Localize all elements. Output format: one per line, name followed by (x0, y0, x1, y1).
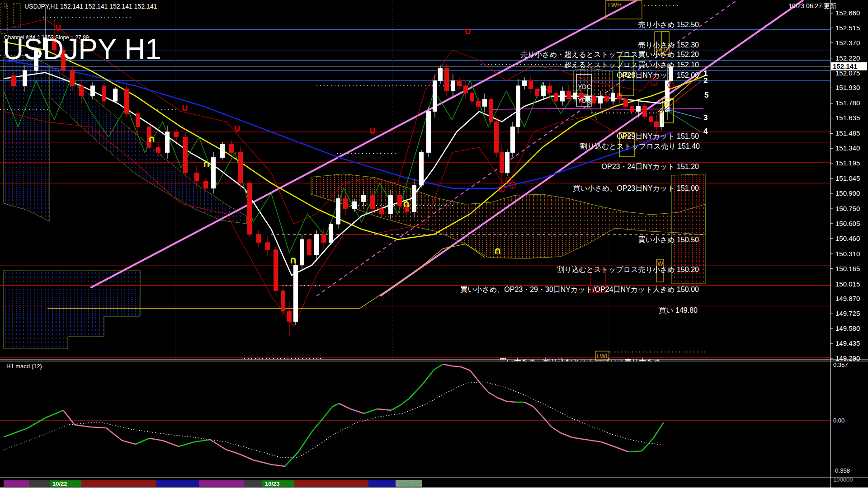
entry-circle-dot (512, 187, 514, 188)
candle-body (500, 152, 504, 173)
macd-panel-bg (0, 361, 830, 477)
sell-signal-icon: ∪ (233, 122, 241, 134)
candle-body (248, 183, 252, 234)
order-annotation: 売り小さめ 152.30 (638, 41, 699, 49)
session-segment (4, 480, 29, 487)
projection-number-3: 3 (703, 113, 708, 122)
update-time-label: 10/23 06:27 更新 (788, 2, 836, 10)
candle-body (380, 209, 384, 214)
axis-tick-label: 152.515 (835, 24, 860, 32)
sell-signal-icon: ∪ (464, 25, 472, 37)
candle-body (567, 91, 571, 99)
kumo-left-bottom (4, 270, 140, 349)
axis-tick-label: 149.435 (835, 339, 860, 347)
axis-tick-label: 152.370 (835, 39, 860, 47)
order-annotation: 売り小さめ 152.50 (638, 21, 699, 28)
candle-body (257, 235, 261, 243)
candle-body (239, 152, 243, 183)
order-annotation: 買い小さめ、OP23・29・30日NYカット/OP24日NYカット大きめ 150… (460, 286, 699, 293)
order-annotation: 売り小さめ・超えるとストップロス買い小さめ 152.20 (520, 51, 699, 58)
buy-signal-icon: ∩ (494, 245, 502, 256)
candle-body (554, 93, 558, 101)
candle-body (165, 132, 170, 152)
candle-body (230, 144, 234, 152)
buy-signal-icon: ∩ (148, 133, 156, 145)
candle-body (439, 68, 443, 80)
candle-body (136, 113, 140, 127)
candle-body (322, 235, 326, 243)
flat-magenta (491, 108, 703, 109)
candle-body (548, 86, 552, 93)
entry-circle-dot (501, 190, 503, 192)
order-annotation: 割り込むとストップロス売り小さめ 150.20 (557, 266, 699, 273)
candle-body (329, 224, 333, 243)
candle-body (412, 185, 416, 212)
candle-body (660, 112, 664, 127)
axis-tick-label: 149.725 (835, 310, 860, 317)
axis-tick-label: 149.870 (835, 295, 860, 302)
price-chart-canvas[interactable]: ∪∪∪∪∪∩∩∩∩∩LWHWDYDHYDCYDOD.YDLWLMHLWL1253… (0, 0, 868, 488)
candle-body (362, 196, 366, 202)
candle-body (113, 89, 118, 101)
channel-info-label: Channel size = 1453 Slope = 27.89 (4, 34, 89, 41)
candle-body (445, 68, 449, 91)
candle-body (175, 132, 179, 137)
candle-body (281, 291, 285, 311)
projection-line (664, 108, 701, 118)
entry-circle-dot (509, 182, 510, 183)
candle-body (389, 196, 393, 214)
sell-signal-icon: ∪ (54, 22, 62, 33)
entry-circle-dot (670, 86, 672, 88)
candle-body (353, 202, 357, 209)
candle-body (464, 86, 468, 93)
candle-body (605, 96, 609, 101)
session-date-label: 10/22 (52, 480, 67, 487)
axis-tick-label: 151.195 (835, 159, 860, 167)
candle-body (204, 181, 208, 188)
candle-body (71, 70, 75, 86)
candle-body (315, 235, 319, 255)
candle-body (630, 106, 634, 111)
axis-tick-label: 150.900 (835, 189, 860, 197)
candle-body (12, 75, 16, 86)
candle-body (294, 265, 298, 322)
candle-body (433, 81, 437, 112)
candle-body (505, 152, 509, 173)
candle-body (495, 122, 499, 152)
axis-tick-label: 151.780 (835, 99, 860, 107)
macd-on-badge[interactable]: macd ON (396, 480, 422, 487)
order-annotation: 割り込むとストップロス売り 151.40 (580, 142, 700, 150)
macd-scale-zero: 0.00 (833, 417, 844, 424)
candle-body (476, 101, 481, 106)
candle-body (611, 93, 615, 101)
candle-body (371, 196, 375, 209)
order-annotation: OP29日NYカット 151.50 (617, 132, 699, 140)
candle-body (592, 96, 596, 103)
order-annotation: OP23・24日NYカット 151.20 (602, 163, 699, 170)
projection-number-4: 4 (703, 127, 708, 136)
candle-body (184, 137, 188, 173)
box-label-lwh: LWH (608, 1, 622, 9)
candle-body (511, 127, 515, 153)
price-axis[interactable]: 152.660152.515152.370152.220152.075151.9… (830, 0, 867, 488)
candle-body (336, 198, 340, 224)
candle-body (420, 152, 424, 185)
candle-body (80, 86, 84, 96)
candle-body (637, 106, 641, 111)
axis-tick-label: 150.165 (835, 265, 860, 272)
candle-body (483, 99, 487, 106)
candle-body (125, 89, 129, 113)
session-bar[interactable]: 10/2210/23 (4, 480, 402, 487)
candle-body (195, 173, 199, 181)
session-segment (294, 480, 368, 487)
candle-body (212, 158, 216, 188)
session-segment (81, 480, 156, 487)
sell-signal-icon: ∪ (181, 102, 189, 113)
candle-body (516, 86, 520, 127)
candle-body (61, 50, 66, 70)
candle-body (34, 50, 38, 70)
box-label-ydo: YDO (578, 97, 591, 104)
axis-tick-label: 151.635 (835, 114, 860, 122)
macd-scale-extra: 100000 (833, 476, 853, 483)
axis-tick-label: 150.605 (835, 220, 860, 227)
